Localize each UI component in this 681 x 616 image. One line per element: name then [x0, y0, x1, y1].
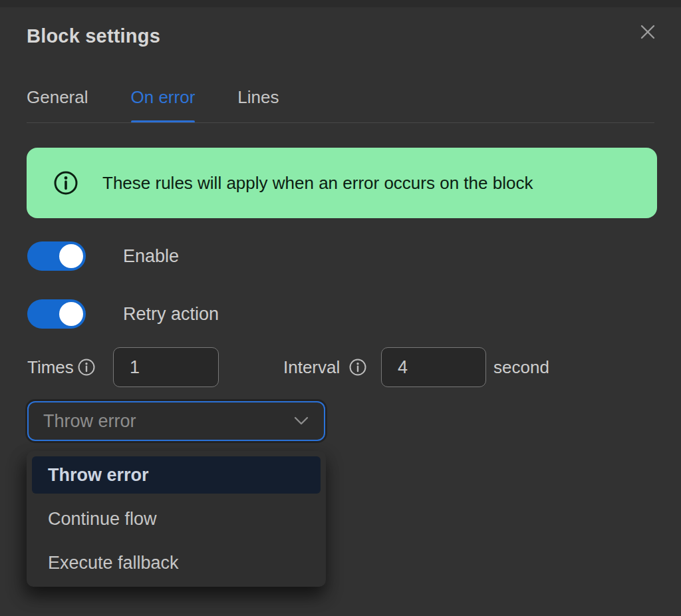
chevron-down-icon — [293, 416, 309, 426]
close-button[interactable] — [634, 19, 661, 45]
info-circle-icon — [53, 170, 78, 196]
toggle-knob — [59, 302, 83, 326]
option-throw-error[interactable]: Throw error — [32, 456, 321, 494]
times-label: Times — [27, 347, 74, 387]
retry-action-row: Retry action — [27, 299, 219, 329]
error-action-dropdown-menu: Throw error Continue flow Execute fallba… — [27, 451, 326, 587]
dialog-title: Block settings — [27, 25, 160, 47]
retry-fields-row: Times Interval second — [0, 347, 681, 387]
close-icon — [638, 23, 657, 41]
error-action-selected-value: Throw error — [29, 411, 136, 432]
tab-lines[interactable]: Lines — [237, 82, 279, 123]
interval-info-icon[interactable] — [348, 358, 367, 379]
retry-action-toggle[interactable] — [27, 299, 86, 329]
modal-top-edge — [0, 0, 681, 7]
info-banner-text: These rules will apply when an error occ… — [102, 173, 533, 194]
info-banner: These rules will apply when an error occ… — [27, 148, 657, 218]
times-info-icon[interactable] — [77, 358, 96, 379]
enable-row: Enable — [27, 241, 179, 271]
block-settings-dialog: Block settings General On error Lines Th… — [0, 0, 681, 616]
option-continue-flow[interactable]: Continue flow — [32, 500, 321, 538]
tab-divider — [27, 122, 654, 123]
interval-input[interactable] — [381, 347, 486, 387]
retry-action-label: Retry action — [123, 304, 219, 325]
error-action-select[interactable]: Throw error — [27, 401, 325, 441]
tab-bar: General On error Lines — [27, 82, 279, 123]
interval-label: Interval — [283, 347, 340, 387]
interval-unit-label: second — [493, 347, 549, 387]
enable-toggle[interactable] — [27, 241, 86, 271]
times-input[interactable] — [113, 347, 219, 387]
tab-on-error[interactable]: On error — [131, 82, 196, 123]
enable-label: Enable — [123, 246, 179, 267]
option-execute-fallback[interactable]: Execute fallback — [32, 544, 321, 581]
toggle-knob — [59, 244, 83, 268]
tab-general[interactable]: General — [27, 82, 88, 123]
